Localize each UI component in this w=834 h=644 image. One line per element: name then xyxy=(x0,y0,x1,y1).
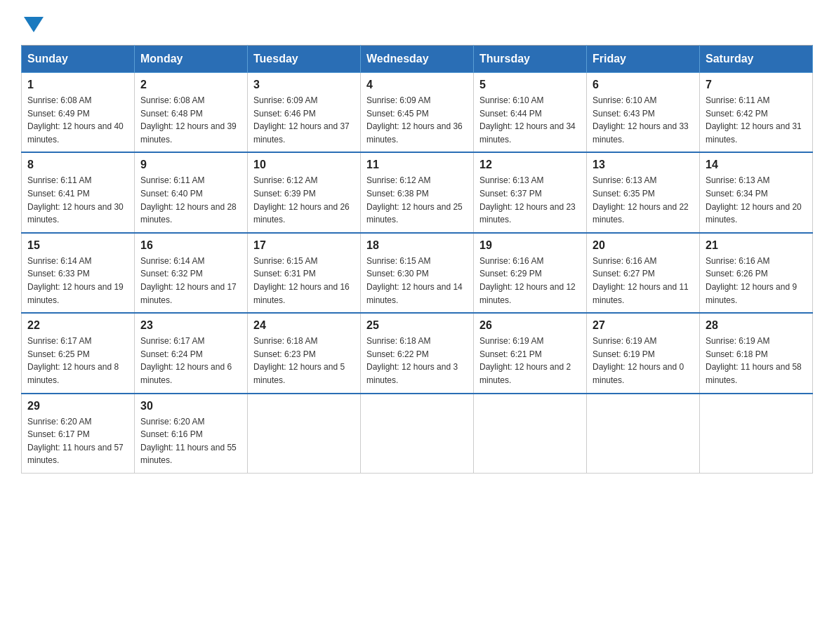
day-number: 22 xyxy=(27,319,128,332)
day-number: 29 xyxy=(27,400,128,412)
day-number: 27 xyxy=(593,319,694,332)
day-number: 2 xyxy=(140,79,241,91)
calendar-cell: 19 Sunrise: 6:16 AMSunset: 6:29 PMDaylig… xyxy=(474,233,587,313)
day-number: 28 xyxy=(706,319,807,332)
calendar-cell xyxy=(474,394,587,474)
day-number: 13 xyxy=(593,159,694,171)
calendar-cell: 9 Sunrise: 6:11 AMSunset: 6:40 PMDayligh… xyxy=(135,152,248,232)
day-number: 9 xyxy=(140,159,241,171)
day-info: Sunrise: 6:20 AMSunset: 6:17 PMDaylight:… xyxy=(27,415,128,467)
day-info: Sunrise: 6:09 AMSunset: 6:45 PMDaylight:… xyxy=(366,94,468,146)
day-info: Sunrise: 6:11 AMSunset: 6:42 PMDaylight:… xyxy=(706,94,807,146)
weekday-header-saturday: Saturday xyxy=(700,46,813,73)
weekday-header-monday: Monday xyxy=(135,46,248,73)
calendar-cell: 28 Sunrise: 6:19 AMSunset: 6:18 PMDaylig… xyxy=(700,313,813,393)
calendar-cell xyxy=(248,394,361,474)
day-info: Sunrise: 6:19 AMSunset: 6:19 PMDaylight:… xyxy=(593,335,694,387)
week-row-5: 29 Sunrise: 6:20 AMSunset: 6:17 PMDaylig… xyxy=(22,394,813,474)
day-number: 30 xyxy=(140,400,241,412)
day-info: Sunrise: 6:15 AMSunset: 6:31 PMDaylight:… xyxy=(253,255,355,307)
calendar-cell: 21 Sunrise: 6:16 AMSunset: 6:26 PMDaylig… xyxy=(700,233,813,313)
day-number: 7 xyxy=(706,79,807,91)
day-number: 14 xyxy=(706,159,807,171)
day-info: Sunrise: 6:16 AMSunset: 6:29 PMDaylight:… xyxy=(479,255,581,307)
logo-triangle-icon xyxy=(24,17,44,32)
day-info: Sunrise: 6:08 AMSunset: 6:48 PMDaylight:… xyxy=(140,94,241,146)
day-info: Sunrise: 6:16 AMSunset: 6:27 PMDaylight:… xyxy=(593,255,694,307)
calendar-cell: 6 Sunrise: 6:10 AMSunset: 6:43 PMDayligh… xyxy=(587,73,700,153)
day-info: Sunrise: 6:08 AMSunset: 6:49 PMDaylight:… xyxy=(27,94,128,146)
day-number: 5 xyxy=(479,79,581,91)
logo xyxy=(21,14,44,31)
day-info: Sunrise: 6:16 AMSunset: 6:26 PMDaylight:… xyxy=(706,255,807,307)
calendar-cell: 15 Sunrise: 6:14 AMSunset: 6:33 PMDaylig… xyxy=(22,233,135,313)
calendar-cell: 1 Sunrise: 6:08 AMSunset: 6:49 PMDayligh… xyxy=(22,73,135,153)
page-header xyxy=(21,14,813,31)
day-number: 20 xyxy=(593,239,694,252)
day-info: Sunrise: 6:13 AMSunset: 6:34 PMDaylight:… xyxy=(706,174,807,226)
day-info: Sunrise: 6:14 AMSunset: 6:32 PMDaylight:… xyxy=(140,255,241,307)
calendar-cell: 18 Sunrise: 6:15 AMSunset: 6:30 PMDaylig… xyxy=(361,233,474,313)
day-info: Sunrise: 6:14 AMSunset: 6:33 PMDaylight:… xyxy=(27,255,128,307)
calendar-cell: 30 Sunrise: 6:20 AMSunset: 6:16 PMDaylig… xyxy=(135,394,248,474)
day-number: 15 xyxy=(27,239,128,252)
calendar-cell: 3 Sunrise: 6:09 AMSunset: 6:46 PMDayligh… xyxy=(248,73,361,153)
calendar-cell: 13 Sunrise: 6:13 AMSunset: 6:35 PMDaylig… xyxy=(587,152,700,232)
day-info: Sunrise: 6:13 AMSunset: 6:37 PMDaylight:… xyxy=(479,174,581,226)
calendar-cell: 26 Sunrise: 6:19 AMSunset: 6:21 PMDaylig… xyxy=(474,313,587,393)
day-info: Sunrise: 6:20 AMSunset: 6:16 PMDaylight:… xyxy=(140,415,241,467)
day-number: 19 xyxy=(479,239,581,252)
day-number: 12 xyxy=(479,159,581,171)
day-number: 6 xyxy=(593,79,694,91)
week-row-1: 1 Sunrise: 6:08 AMSunset: 6:49 PMDayligh… xyxy=(22,73,813,153)
day-info: Sunrise: 6:19 AMSunset: 6:21 PMDaylight:… xyxy=(479,335,581,387)
day-info: Sunrise: 6:13 AMSunset: 6:35 PMDaylight:… xyxy=(593,174,694,226)
day-info: Sunrise: 6:11 AMSunset: 6:41 PMDaylight:… xyxy=(27,174,128,226)
weekday-header-friday: Friday xyxy=(587,46,700,73)
calendar-cell: 23 Sunrise: 6:17 AMSunset: 6:24 PMDaylig… xyxy=(135,313,248,393)
weekday-header-tuesday: Tuesday xyxy=(248,46,361,73)
day-number: 1 xyxy=(27,79,128,91)
calendar-cell: 10 Sunrise: 6:12 AMSunset: 6:39 PMDaylig… xyxy=(248,152,361,232)
calendar-cell: 27 Sunrise: 6:19 AMSunset: 6:19 PMDaylig… xyxy=(587,313,700,393)
calendar-cell: 4 Sunrise: 6:09 AMSunset: 6:45 PMDayligh… xyxy=(361,73,474,153)
weekday-header-sunday: Sunday xyxy=(22,46,135,73)
calendar-cell: 7 Sunrise: 6:11 AMSunset: 6:42 PMDayligh… xyxy=(700,73,813,153)
day-info: Sunrise: 6:10 AMSunset: 6:44 PMDaylight:… xyxy=(479,94,581,146)
day-info: Sunrise: 6:12 AMSunset: 6:38 PMDaylight:… xyxy=(366,174,468,226)
day-number: 8 xyxy=(27,159,128,171)
calendar-cell: 16 Sunrise: 6:14 AMSunset: 6:32 PMDaylig… xyxy=(135,233,248,313)
day-info: Sunrise: 6:09 AMSunset: 6:46 PMDaylight:… xyxy=(253,94,355,146)
calendar-cell: 25 Sunrise: 6:18 AMSunset: 6:22 PMDaylig… xyxy=(361,313,474,393)
day-info: Sunrise: 6:12 AMSunset: 6:39 PMDaylight:… xyxy=(253,174,355,226)
day-info: Sunrise: 6:17 AMSunset: 6:24 PMDaylight:… xyxy=(140,335,241,387)
day-number: 11 xyxy=(366,159,468,171)
calendar-cell: 11 Sunrise: 6:12 AMSunset: 6:38 PMDaylig… xyxy=(361,152,474,232)
day-number: 18 xyxy=(366,239,468,252)
day-number: 3 xyxy=(253,79,355,91)
day-number: 16 xyxy=(140,239,241,252)
day-number: 17 xyxy=(253,239,355,252)
day-number: 10 xyxy=(253,159,355,171)
calendar-cell: 14 Sunrise: 6:13 AMSunset: 6:34 PMDaylig… xyxy=(700,152,813,232)
calendar-cell xyxy=(587,394,700,474)
day-number: 24 xyxy=(253,319,355,332)
calendar-cell: 2 Sunrise: 6:08 AMSunset: 6:48 PMDayligh… xyxy=(135,73,248,153)
week-row-2: 8 Sunrise: 6:11 AMSunset: 6:41 PMDayligh… xyxy=(22,152,813,232)
calendar-cell: 22 Sunrise: 6:17 AMSunset: 6:25 PMDaylig… xyxy=(22,313,135,393)
day-number: 23 xyxy=(140,319,241,332)
day-number: 4 xyxy=(366,79,468,91)
calendar-cell: 8 Sunrise: 6:11 AMSunset: 6:41 PMDayligh… xyxy=(22,152,135,232)
day-info: Sunrise: 6:11 AMSunset: 6:40 PMDaylight:… xyxy=(140,174,241,226)
weekday-header-wednesday: Wednesday xyxy=(361,46,474,73)
week-row-4: 22 Sunrise: 6:17 AMSunset: 6:25 PMDaylig… xyxy=(22,313,813,393)
calendar-cell: 5 Sunrise: 6:10 AMSunset: 6:44 PMDayligh… xyxy=(474,73,587,153)
day-number: 25 xyxy=(366,319,468,332)
day-info: Sunrise: 6:10 AMSunset: 6:43 PMDaylight:… xyxy=(593,94,694,146)
day-info: Sunrise: 6:15 AMSunset: 6:30 PMDaylight:… xyxy=(366,255,468,307)
day-info: Sunrise: 6:17 AMSunset: 6:25 PMDaylight:… xyxy=(27,335,128,387)
weekday-header-thursday: Thursday xyxy=(474,46,587,73)
day-info: Sunrise: 6:18 AMSunset: 6:22 PMDaylight:… xyxy=(366,335,468,387)
day-number: 26 xyxy=(479,319,581,332)
calendar-cell: 29 Sunrise: 6:20 AMSunset: 6:17 PMDaylig… xyxy=(22,394,135,474)
